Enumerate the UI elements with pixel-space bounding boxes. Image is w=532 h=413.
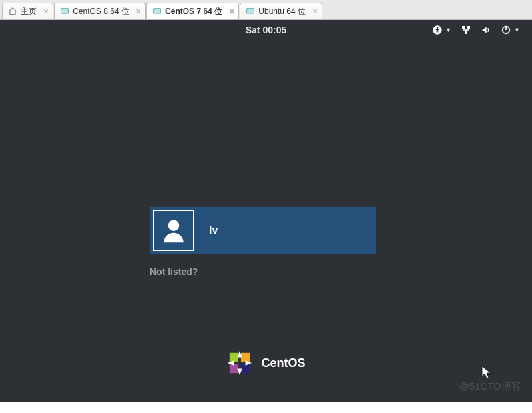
centos-logo-icon <box>226 350 252 376</box>
svg-point-13 <box>168 220 180 231</box>
vm-icon <box>152 7 162 16</box>
svg-rect-10 <box>465 31 467 34</box>
close-icon[interactable]: × <box>43 7 49 16</box>
tab-label: CentOS 7 64 位 <box>165 6 222 17</box>
tab-centos8[interactable]: CentOS 8 64 位 × <box>54 3 146 19</box>
vm-icon <box>246 7 255 16</box>
svg-rect-9 <box>467 26 470 29</box>
login-username: lv <box>209 224 218 236</box>
svg-point-7 <box>437 27 439 29</box>
home-icon <box>8 7 17 16</box>
top-panel-right: ▼ ▼ <box>432 20 520 40</box>
tab-label: CentOS 8 64 位 <box>73 6 129 17</box>
tab-centos7[interactable]: CentOS 7 64 位 × <box>146 3 239 19</box>
svg-rect-15 <box>240 353 249 362</box>
network-icon[interactable] <box>461 25 471 35</box>
svg-rect-8 <box>462 26 465 29</box>
svg-rect-5 <box>248 10 253 13</box>
svg-rect-17 <box>240 364 249 373</box>
close-icon[interactable]: × <box>136 7 141 16</box>
clock: Sat 00:05 <box>246 25 286 35</box>
branding-label: CentOS <box>261 356 305 370</box>
branding: CentOS <box>226 350 305 376</box>
watermark: @51CTO博客 <box>459 380 521 393</box>
avatar <box>153 210 194 251</box>
tab-bar: 主页 × CentOS 8 64 位 × CentOS 7 64 位 × Ubu… <box>0 0 532 20</box>
close-icon[interactable]: × <box>229 7 234 16</box>
svg-rect-3 <box>155 10 160 13</box>
not-listed-link[interactable]: Not listed? <box>150 266 198 277</box>
tab-label: Ubuntu 64 位 <box>258 6 306 17</box>
tab-label: 主页 <box>21 6 37 17</box>
svg-rect-1 <box>63 10 67 13</box>
tab-home[interactable]: 主页 × <box>2 3 53 19</box>
login-user-card[interactable]: lv <box>150 206 376 254</box>
volume-icon[interactable] <box>481 25 491 35</box>
svg-rect-16 <box>229 364 238 373</box>
close-icon[interactable]: × <box>312 7 318 16</box>
svg-rect-14 <box>229 353 238 362</box>
chevron-down-icon: ▼ <box>445 27 451 33</box>
power-menu[interactable]: ▼ <box>501 25 520 35</box>
accessibility-menu[interactable]: ▼ <box>432 25 451 35</box>
vm-display: Sat 00:05 ▼ ▼ lv Not listed? <box>0 20 532 402</box>
tab-ubuntu[interactable]: Ubuntu 64 位 × <box>240 3 322 19</box>
chevron-down-icon: ▼ <box>514 27 520 33</box>
vm-icon <box>60 7 69 16</box>
